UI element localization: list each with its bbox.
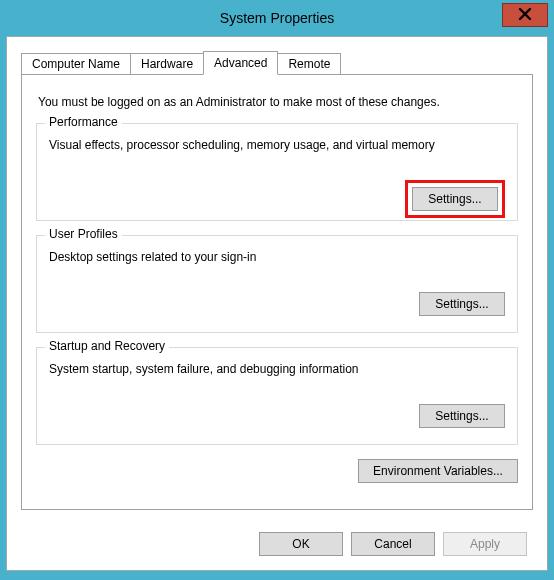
group-startup-recovery: Startup and Recovery System startup, sys… [36, 347, 518, 445]
startup-desc: System startup, system failure, and debu… [49, 362, 505, 376]
window-title: System Properties [220, 10, 334, 26]
highlight-performance-settings: Settings... [405, 180, 505, 218]
group-user-profiles: User Profiles Desktop settings related t… [36, 235, 518, 333]
advanced-panel: You must be logged on as an Administrato… [21, 74, 533, 510]
performance-settings-button[interactable]: Settings... [412, 187, 498, 211]
user-profiles-desc: Desktop settings related to your sign-in [49, 250, 505, 264]
dialog-body: Computer Name Hardware Advanced Remote Y… [6, 36, 548, 571]
environment-variables-button[interactable]: Environment Variables... [358, 459, 518, 483]
tab-advanced[interactable]: Advanced [203, 51, 278, 75]
performance-desc: Visual effects, processor scheduling, me… [49, 138, 505, 152]
startup-settings-button[interactable]: Settings... [419, 404, 505, 428]
tab-hardware[interactable]: Hardware [130, 53, 204, 75]
tab-strip: Computer Name Hardware Advanced Remote [21, 51, 547, 75]
user-profiles-settings-button[interactable]: Settings... [419, 292, 505, 316]
group-title-startup: Startup and Recovery [45, 339, 169, 353]
close-button[interactable] [502, 3, 548, 27]
ok-button[interactable]: OK [259, 532, 343, 556]
group-title-user-profiles: User Profiles [45, 227, 122, 241]
dialog-buttons: OK Cancel Apply [259, 532, 527, 556]
group-performance: Performance Visual effects, processor sc… [36, 123, 518, 221]
close-icon [518, 7, 532, 24]
tab-computer-name[interactable]: Computer Name [21, 53, 131, 75]
tab-remote[interactable]: Remote [277, 53, 341, 75]
cancel-button[interactable]: Cancel [351, 532, 435, 556]
apply-button: Apply [443, 532, 527, 556]
intro-text: You must be logged on as an Administrato… [38, 95, 518, 109]
group-title-performance: Performance [45, 115, 122, 129]
titlebar: System Properties [6, 6, 548, 30]
